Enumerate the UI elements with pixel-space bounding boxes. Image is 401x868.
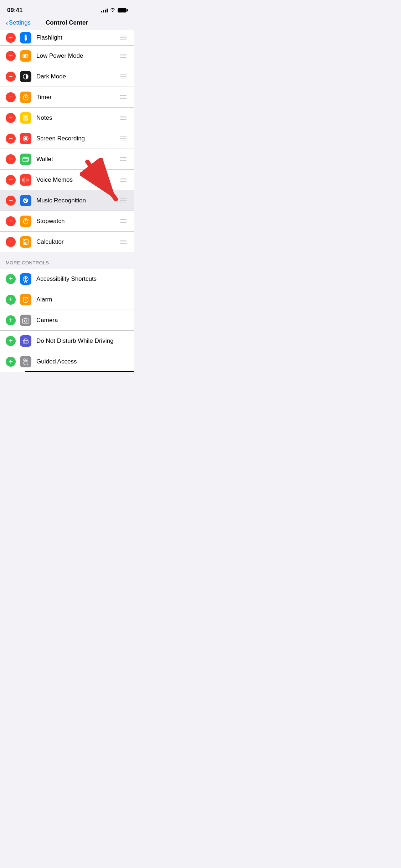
app-icon-guidedaccess <box>20 356 31 367</box>
drag-handle[interactable] <box>119 197 128 204</box>
app-icon-calculator <box>20 236 31 248</box>
app-icon-stopwatch <box>20 216 31 227</box>
svg-rect-21 <box>26 178 26 182</box>
svg-rect-22 <box>27 179 27 181</box>
list-item-dnd-driving: Do Not Disturb While Driving <box>0 331 134 351</box>
svg-rect-19 <box>24 178 24 182</box>
svg-point-13 <box>24 137 27 140</box>
app-icon-shazam <box>20 195 31 206</box>
app-icon-lowpower <box>20 50 31 62</box>
back-label: Settings <box>9 19 31 26</box>
svg-rect-23 <box>28 179 29 181</box>
svg-point-35 <box>25 242 26 243</box>
remove-button[interactable] <box>6 92 16 102</box>
item-label: Camera <box>36 317 128 324</box>
svg-point-33 <box>27 240 27 241</box>
drag-handle[interactable] <box>119 73 128 80</box>
svg-rect-17 <box>26 160 28 161</box>
svg-line-30 <box>28 219 29 220</box>
item-label: Flashlight <box>36 34 116 41</box>
drag-handle[interactable] <box>119 156 128 162</box>
item-label: Wallet <box>36 156 116 163</box>
svg-point-39 <box>27 243 27 244</box>
add-button[interactable] <box>6 295 16 305</box>
svg-rect-20 <box>25 177 25 183</box>
svg-point-49 <box>27 320 28 320</box>
drag-handle[interactable] <box>119 34 128 41</box>
add-button[interactable] <box>6 274 16 284</box>
item-label: Do Not Disturb While Driving <box>36 337 128 345</box>
remove-button[interactable] <box>6 134 16 144</box>
list-item: Dark Mode <box>0 66 134 87</box>
list-item-notes: Notes <box>0 108 134 128</box>
remove-button[interactable] <box>6 33 16 43</box>
content: Flashlight Low Power Mode <box>0 30 134 372</box>
svg-line-45 <box>23 297 24 298</box>
item-label: Alarm <box>36 296 128 303</box>
section-label: MORE CONTROLS <box>6 260 49 265</box>
svg-point-38 <box>25 243 26 244</box>
item-label: Dark Mode <box>36 73 116 80</box>
svg-point-36 <box>27 242 27 243</box>
underline-annotation <box>25 371 134 372</box>
remove-button[interactable] <box>6 113 16 123</box>
svg-point-51 <box>24 341 25 342</box>
svg-rect-3 <box>24 55 26 57</box>
svg-line-46 <box>27 297 28 298</box>
list-item-music-recognition: Music Recognition <box>0 190 134 211</box>
item-label: Music Recognition <box>36 197 116 204</box>
svg-rect-32 <box>24 240 25 241</box>
item-label: Voice Memos <box>36 176 116 184</box>
svg-point-52 <box>26 341 27 342</box>
list-item-wallet: Wallet <box>0 149 134 170</box>
svg-point-48 <box>25 320 27 322</box>
remove-button[interactable] <box>6 237 16 247</box>
status-icons <box>101 7 127 13</box>
svg-point-34 <box>24 242 25 243</box>
app-icon-flashlight <box>20 32 31 43</box>
signal-bars-icon <box>101 8 108 12</box>
more-controls-list: Accessibility Shortcuts Alarm <box>0 269 134 372</box>
drag-handle[interactable] <box>119 239 128 246</box>
add-button[interactable] <box>6 336 16 346</box>
remove-button[interactable] <box>6 154 16 164</box>
add-button[interactable] <box>6 315 16 325</box>
list-item: Flashlight <box>0 30 134 46</box>
svg-rect-0 <box>25 37 27 41</box>
item-label: Calculator <box>36 238 116 246</box>
status-bar: 09:41 <box>0 0 134 16</box>
list-item-calculator: Calculator <box>0 232 134 252</box>
back-button[interactable]: ‹ Settings <box>6 19 31 27</box>
nav-bar: ‹ Settings Control Center <box>0 16 134 30</box>
list-item-alarm: Alarm <box>0 289 134 310</box>
app-icon-timer <box>20 92 31 103</box>
app-icon-notes <box>20 112 31 124</box>
remove-button[interactable] <box>6 175 16 185</box>
wifi-icon <box>110 7 115 13</box>
remove-button[interactable] <box>6 196 16 206</box>
app-icon-darkmode <box>20 71 31 82</box>
drag-handle[interactable] <box>119 135 128 142</box>
remove-button[interactable] <box>6 51 16 61</box>
remove-button[interactable] <box>6 72 16 82</box>
drag-handle[interactable] <box>119 94 128 100</box>
app-icon-screenrecording <box>20 133 31 144</box>
drag-handle[interactable] <box>119 218 128 224</box>
svg-point-55 <box>25 361 26 362</box>
item-label: Accessibility Shortcuts <box>36 275 128 283</box>
list-item-voice-memos: Voice Memos <box>0 170 134 190</box>
drag-handle[interactable] <box>119 114 128 121</box>
app-icon-accessibility <box>20 273 31 285</box>
drag-handle[interactable] <box>119 176 128 183</box>
svg-point-37 <box>24 243 25 244</box>
remove-button[interactable] <box>6 216 16 226</box>
add-button[interactable] <box>6 357 16 367</box>
app-icon-camera <box>20 315 31 326</box>
item-label: Notes <box>36 114 116 122</box>
svg-rect-2 <box>28 56 29 56</box>
item-label: Stopwatch <box>36 218 116 225</box>
drag-handle[interactable] <box>119 52 128 59</box>
app-icon-driving <box>20 335 31 347</box>
included-controls-list: Flashlight Low Power Mode <box>0 30 134 252</box>
item-label: Guided Access <box>36 358 128 365</box>
